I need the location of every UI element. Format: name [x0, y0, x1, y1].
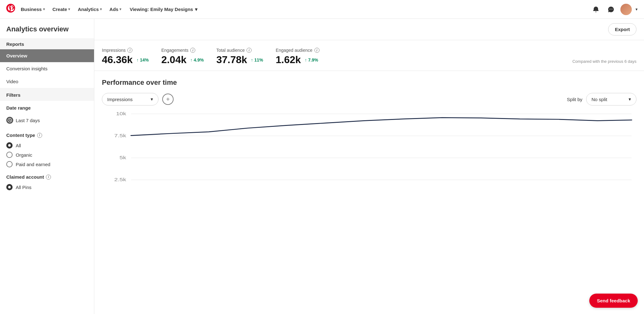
create-nav-item[interactable]: Create ▾ [49, 5, 74, 14]
radio-organic-indicator [6, 152, 13, 158]
claimed-account-label: Claimed account i [6, 174, 88, 180]
analytics-nav-item[interactable]: Analytics ▾ [75, 5, 105, 14]
split-by-dropdown[interactable]: No split ▾ [586, 93, 636, 106]
date-range-label: Date range [6, 105, 88, 111]
impressions-up-arrow: ↑ [136, 57, 139, 62]
create-label: Create [53, 7, 67, 12]
metric-impressions: Impressions i 46.36k ↑ 14% [102, 48, 149, 66]
analytics-header: Export [94, 19, 644, 40]
sidebar-item-conversion-insights[interactable]: Conversion insights [0, 62, 94, 75]
engagements-change: ↑ 4.9% [190, 57, 204, 62]
send-feedback-button[interactable]: Send feedback [589, 294, 638, 308]
impressions-change-value: 14% [140, 57, 149, 62]
sidebar-item-overview[interactable]: Overview [0, 49, 94, 62]
add-metric-button[interactable]: + [162, 94, 174, 105]
claimed-account-radio-group: All Pins [6, 183, 88, 192]
content-type-organic-option[interactable]: Organic [6, 152, 88, 158]
chart-area: 10k 7.5k 5k 2.5k [102, 111, 636, 198]
business-nav-item[interactable]: Business ▾ [18, 5, 48, 14]
analytics-chevron: ▾ [100, 7, 102, 11]
metric-select-dropdown[interactable]: Impressions ▾ [102, 93, 158, 106]
radio-all-label: All [16, 143, 21, 148]
impressions-value: 46.36k [102, 54, 133, 66]
engagements-change-value: 4.9% [194, 57, 204, 62]
engaged-audience-value: 1.62k [276, 54, 301, 66]
engagements-info-icon[interactable]: i [190, 48, 195, 53]
main-content: Export Impressions i 46.36k ↑ 14% [94, 19, 644, 314]
radio-all-pins-indicator [6, 184, 13, 190]
viewing-label: Viewing: Emily May Designs [130, 7, 193, 12]
notifications-button[interactable] [590, 4, 602, 15]
radio-paid-earned-label: Paid and earned [16, 162, 50, 167]
performance-chart: 10k 7.5k 5k 2.5k [102, 111, 636, 198]
content-type-info-icon[interactable]: i [37, 133, 42, 138]
engagements-label: Engagements i [161, 48, 204, 53]
engagements-up-arrow: ↑ [190, 57, 192, 62]
date-range-section: Date range Last 7 days [0, 101, 94, 128]
metric-engagements: Engagements i 2.04k ↑ 4.9% [161, 48, 204, 66]
total-audience-label: Total audience i [216, 48, 263, 53]
engaged-audience-change: ↑ 7.9% [305, 57, 318, 62]
performance-title: Performance over time [102, 78, 636, 87]
svg-text:5k: 5k [119, 155, 126, 160]
nav-items: Business ▾ Create ▾ Analytics ▾ Ads ▾ Vi… [18, 5, 590, 14]
pinterest-logo[interactable] [6, 4, 15, 15]
ads-nav-item[interactable]: Ads ▾ [106, 5, 125, 14]
ads-label: Ads [109, 7, 118, 12]
top-navigation: Business ▾ Create ▾ Analytics ▾ Ads ▾ Vi… [0, 0, 644, 19]
metrics-row: Impressions i 46.36k ↑ 14% Engagements i [94, 40, 644, 71]
comparison-note: Compared with the previous 6 days [572, 59, 636, 66]
claimed-account-info-icon[interactable]: i [46, 175, 51, 180]
business-label: Business [21, 7, 42, 12]
engagements-value: 2.04k [161, 54, 186, 66]
radio-all-indicator [6, 142, 13, 149]
performance-section: Performance over time Impressions ▾ + Sp… [94, 71, 644, 206]
engaged-audience-label: Engaged audience i [276, 48, 319, 53]
create-chevron: ▾ [68, 7, 70, 11]
total-audience-info-icon[interactable]: i [247, 48, 252, 53]
user-avatar[interactable] [620, 4, 632, 15]
metric-select-chevron: ▾ [151, 96, 153, 102]
impressions-info-icon[interactable]: i [127, 48, 132, 53]
total-audience-value: 37.78k [216, 54, 247, 66]
metric-engaged-audience: Engaged audience i 1.62k ↑ 7.9% [276, 48, 319, 66]
total-audience-change: ↑ 11% [251, 57, 263, 62]
ads-chevron: ▾ [119, 7, 121, 11]
content-type-all-option[interactable]: All [6, 142, 88, 149]
sidebar-item-video[interactable]: Video [0, 75, 94, 88]
radio-organic-label: Organic [16, 152, 32, 158]
reports-section-header: Reports [0, 38, 94, 49]
viewing-chevron: ▾ [195, 7, 197, 12]
main-layout: Analytics overview Reports Overview Conv… [0, 19, 644, 314]
chart-controls: Impressions ▾ + Split by No split ▾ [102, 93, 636, 106]
split-by-section: Split by No split ▾ [567, 93, 636, 106]
business-chevron: ▾ [43, 7, 45, 11]
claimed-account-section: Claimed account i All Pins [0, 170, 94, 193]
impressions-label: Impressions i [102, 48, 149, 53]
engaged-audience-change-value: 7.9% [308, 57, 318, 62]
split-by-value: No split [591, 97, 607, 102]
content-type-paid-earned-option[interactable]: Paid and earned [6, 161, 88, 167]
messages-button[interactable] [605, 4, 617, 15]
sidebar: Analytics overview Reports Overview Conv… [0, 19, 94, 314]
analytics-label: Analytics [78, 7, 99, 12]
total-audience-change-value: 11% [254, 57, 263, 62]
svg-text:7.5k: 7.5k [114, 133, 126, 138]
total-audience-up-arrow: ↑ [251, 57, 253, 62]
filters-section-header: Filters [0, 88, 94, 101]
engaged-audience-info-icon[interactable]: i [314, 48, 319, 53]
clock-icon [6, 117, 13, 124]
content-type-radio-group: All Organic Paid and earned [6, 141, 88, 169]
impressions-change: ↑ 14% [136, 57, 149, 62]
split-by-label: Split by [567, 97, 582, 102]
claimed-account-all-pins-option[interactable]: All Pins [6, 184, 88, 190]
viewing-nav-item[interactable]: Viewing: Emily May Designs ▾ [126, 5, 201, 14]
svg-text:2.5k: 2.5k [114, 177, 126, 182]
page-title: Analytics overview [0, 19, 94, 38]
export-button[interactable]: Export [608, 23, 636, 35]
metric-total-audience: Total audience i 37.78k ↑ 11% [216, 48, 263, 66]
date-range-item[interactable]: Last 7 days [6, 114, 88, 127]
metric-select-value: Impressions [107, 97, 133, 102]
radio-all-pins-label: All Pins [16, 185, 31, 190]
user-chevron[interactable]: ▾ [636, 7, 638, 12]
